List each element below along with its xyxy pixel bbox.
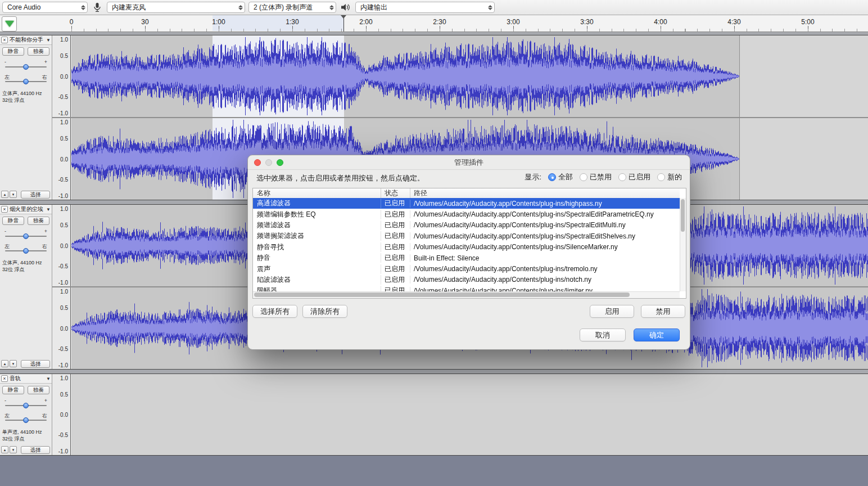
track-waveform[interactable] bbox=[71, 35, 868, 117]
track-close-button[interactable]: × bbox=[1, 206, 8, 213]
column-header-state[interactable]: 状态 bbox=[381, 188, 410, 198]
zoom-window-button[interactable] bbox=[277, 159, 283, 166]
show-label: 显示: bbox=[525, 172, 541, 182]
plugin-row[interactable]: 频谱滤波器已启用/Volumes/Audacity/Audacity.app/C… bbox=[253, 220, 680, 231]
minimize-window-button[interactable] bbox=[265, 159, 272, 166]
track-title[interactable]: 音轨 bbox=[10, 375, 46, 382]
collapse-button[interactable]: ▲ bbox=[1, 360, 8, 367]
clear-all-button[interactable]: 清除所有 bbox=[302, 305, 347, 318]
slider-thumb[interactable] bbox=[23, 79, 29, 84]
cancel-button[interactable]: 取消 bbox=[580, 328, 626, 341]
playhead-marker[interactable] bbox=[343, 15, 344, 32]
cell-path: /Volumes/Audacity/Audacity.app/Contents/… bbox=[410, 210, 680, 218]
pan-right-label: 右 bbox=[42, 243, 47, 250]
speaker-icon bbox=[340, 1, 352, 14]
vertical-scale-label: -1.0 bbox=[58, 279, 68, 285]
track-close-button[interactable]: × bbox=[1, 375, 8, 382]
microphone-icon bbox=[91, 1, 103, 14]
timeline-options-button[interactable] bbox=[2, 16, 17, 32]
select-all-button[interactable]: 选择所有 bbox=[252, 305, 297, 318]
plugin-table-header[interactable]: 名称 状态 路径 bbox=[253, 188, 680, 199]
filter-radio[interactable]: 已禁用 bbox=[580, 172, 612, 182]
timeline-ruler[interactable]: 0301:001:302:002:303:003:304:004:305:00 bbox=[0, 15, 868, 32]
manage-plugins-dialog: 管理插件 选中效果器，点击启用或者禁用按钮，然后点确定。 显示: 全部已禁用已启… bbox=[247, 155, 690, 350]
plugin-row[interactable]: 高通滤波器已启用/Volumes/Audacity/Audacity.app/C… bbox=[253, 198, 680, 209]
track-close-button[interactable]: × bbox=[1, 37, 8, 43]
track-menu-caret-icon[interactable]: ▼ bbox=[46, 376, 51, 381]
cell-name: 静音 bbox=[253, 253, 381, 263]
slider-thumb[interactable] bbox=[23, 248, 29, 254]
scrollbar-thumb[interactable] bbox=[681, 199, 685, 232]
horizontal-scrollbar[interactable] bbox=[253, 291, 680, 298]
plugin-row[interactable]: 静音已启用Built-in Effect: Silence bbox=[253, 253, 680, 263]
vertical-scale-label: -1.0 bbox=[58, 362, 68, 368]
plugin-row[interactable]: 频谱搁架滤波器已启用/Volumes/Audacity/Audacity.app… bbox=[253, 231, 680, 241]
pan-slider[interactable]: 左 右 bbox=[3, 243, 48, 255]
plugin-row[interactable]: 陷波滤波器已启用/Volumes/Audacity/Audacity.app/C… bbox=[253, 274, 680, 285]
filter-radio[interactable]: 已启用 bbox=[618, 172, 650, 182]
cell-state: 已启用 bbox=[381, 253, 410, 263]
plugin-row[interactable]: 频谱编辑参数性 EQ已启用/Volumes/Audacity/Audacity.… bbox=[253, 209, 680, 219]
gain-slider[interactable]: - + bbox=[3, 59, 48, 71]
plugin-row[interactable]: 限幅器已启用/Volumes/Audacity/Audacity.app/Con… bbox=[253, 285, 680, 291]
column-header-name[interactable]: 名称 bbox=[253, 188, 381, 198]
filter-radio[interactable]: 新的 bbox=[657, 172, 682, 182]
track-title[interactable]: 不能和你分手 bbox=[10, 36, 46, 44]
mute-button[interactable]: 静音 bbox=[2, 217, 24, 225]
solo-button[interactable]: 独奏 bbox=[28, 47, 49, 56]
vertical-scale-label: 0.0 bbox=[60, 73, 68, 79]
column-header-path[interactable]: 路径 bbox=[410, 188, 680, 198]
gain-slider[interactable]: - + bbox=[3, 228, 48, 241]
pan-slider[interactable]: 左 右 bbox=[3, 412, 48, 425]
collapse-button[interactable]: ▲ bbox=[1, 446, 8, 453]
vertical-scrollbar[interactable] bbox=[680, 198, 686, 291]
select-button[interactable]: 选择 bbox=[21, 191, 50, 199]
recording-channels-select[interactable]: 2 (立体声) 录制声道 bbox=[248, 2, 336, 13]
vertical-scale-label: -1.0 bbox=[58, 192, 68, 199]
close-window-button[interactable] bbox=[254, 159, 261, 166]
playback-device-select[interactable]: 内建输出 bbox=[355, 2, 495, 13]
gain-max-label: + bbox=[44, 228, 47, 234]
mute-button[interactable]: 静音 bbox=[2, 47, 24, 56]
show-filter-group: 显示: 全部已禁用已启用新的 bbox=[525, 172, 682, 182]
disable-button[interactable]: 禁用 bbox=[641, 305, 685, 318]
filter-radio[interactable]: 全部 bbox=[548, 172, 573, 182]
solo-button[interactable]: 独奏 bbox=[28, 386, 49, 394]
track-waveform[interactable] bbox=[71, 374, 868, 455]
pan-slider[interactable]: 左 右 bbox=[3, 74, 48, 86]
channel-divider bbox=[52, 117, 868, 118]
ruler-time-label: 1:30 bbox=[286, 18, 299, 26]
plugin-row[interactable]: 震声已启用/Volumes/Audacity/Audacity.app/Cont… bbox=[253, 263, 680, 274]
solo-button[interactable]: 独奏 bbox=[28, 217, 49, 225]
select-button[interactable]: 选择 bbox=[21, 360, 50, 368]
expand-button[interactable]: ▼ bbox=[10, 446, 17, 453]
mute-button[interactable]: 静音 bbox=[2, 386, 24, 394]
filter-radio-label: 全部 bbox=[558, 172, 573, 182]
select-button[interactable]: 选择 bbox=[21, 446, 50, 454]
slider-thumb[interactable] bbox=[23, 64, 29, 70]
enable-button[interactable]: 启用 bbox=[590, 305, 634, 318]
vertical-ruler: 1.00.50.0-0.5-1.0 bbox=[52, 205, 71, 286]
recording-device-select[interactable]: 内建麦克风 bbox=[107, 2, 245, 13]
track-control-panel: × 烟火里的尘埃 ▼ 静音 独奏 - + 左 右 立体声, 44100 Hz32… bbox=[0, 205, 52, 369]
expand-button[interactable]: ▼ bbox=[10, 360, 17, 367]
gain-slider[interactable]: - + bbox=[3, 398, 48, 410]
slider-thumb[interactable] bbox=[23, 403, 29, 408]
filter-radio-label: 已启用 bbox=[629, 172, 650, 182]
expand-button[interactable]: ▼ bbox=[10, 191, 17, 198]
track-menu-caret-icon[interactable]: ▼ bbox=[46, 38, 51, 43]
slider-thumb[interactable] bbox=[23, 233, 29, 239]
track-format-info: 单声道, 44100 Hz32位 浮点 bbox=[2, 429, 42, 442]
slider-thumb[interactable] bbox=[23, 417, 29, 423]
track-menu-caret-icon[interactable]: ▼ bbox=[46, 207, 51, 212]
cell-name: 高通滤波器 bbox=[253, 199, 381, 208]
dialog-titlebar: 管理插件 bbox=[248, 155, 690, 170]
waveform-canvas[interactable] bbox=[71, 35, 739, 117]
track-title[interactable]: 烟火里的尘埃 bbox=[10, 205, 46, 213]
ok-button[interactable]: 确定 bbox=[634, 328, 680, 341]
plugin-row[interactable]: 静音寻找已启用/Volumes/Audacity/Audacity.app/Co… bbox=[253, 242, 680, 253]
audio-host-select[interactable]: Core Audio bbox=[2, 2, 88, 13]
ruler-time-label: 4:30 bbox=[727, 18, 740, 26]
scrollbar-thumb[interactable] bbox=[254, 292, 630, 297]
collapse-button[interactable]: ▲ bbox=[1, 191, 8, 198]
